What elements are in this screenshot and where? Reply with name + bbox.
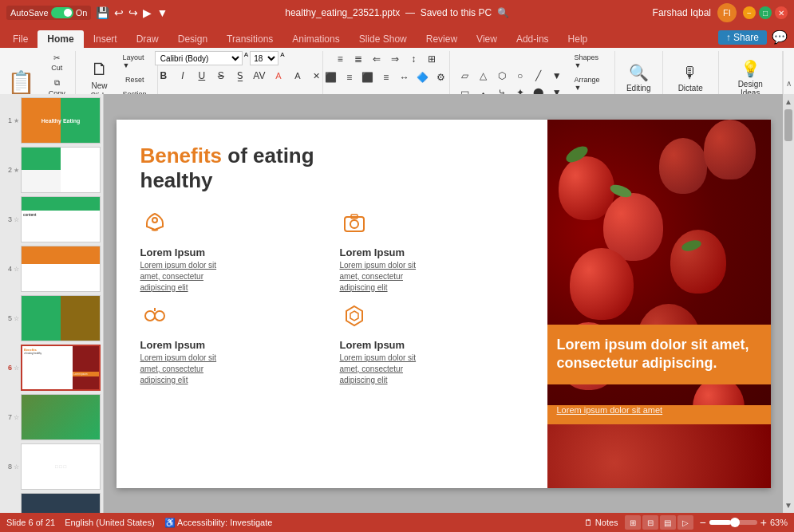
slide-thumb-2[interactable] (21, 147, 101, 193)
slide-panel: 1 ★ Healthy Eating 2 ★ 3 ☆ content (0, 94, 104, 513)
share-button[interactable]: ↑ Share (718, 30, 767, 45)
font-highlight-button[interactable]: A (289, 68, 306, 84)
align-justify-button[interactable]: ≡ (377, 69, 395, 85)
font-size-up[interactable]: A (280, 51, 284, 65)
slide-panel-row-4: 4 ☆ (2, 246, 101, 292)
maximize-button[interactable]: □ (759, 6, 772, 19)
normal-view-button[interactable]: ⊞ (625, 515, 641, 530)
shape-4[interactable]: ○ (512, 68, 529, 84)
feature-item-4: Lorem Ipsum Lorem ipsum dolor sitamet, c… (340, 301, 523, 386)
filename: healthy_eating_23521.pptx (285, 7, 400, 18)
zoom-slider[interactable] (709, 520, 757, 525)
align-center-button[interactable]: ≡ (341, 69, 358, 85)
zoom-thumb[interactable] (730, 518, 740, 527)
minimize-button[interactable]: − (743, 6, 756, 19)
tab-addins[interactable]: Add-ins (507, 30, 559, 48)
slideshow-button[interactable]: ▷ (677, 515, 693, 530)
slide-thumb-3[interactable]: content (21, 196, 101, 242)
editing-button[interactable]: 🔍 Editing (621, 60, 656, 96)
reading-view-button[interactable]: ▤ (660, 515, 676, 530)
comments-icon[interactable]: 💬 (772, 30, 788, 45)
zoom-in-button[interactable]: + (760, 516, 767, 529)
cut-button[interactable]: ✂Cut (41, 51, 73, 74)
shapes-more[interactable]: ▼ (548, 68, 566, 84)
scroll-up-button[interactable]: ▲ (783, 96, 794, 108)
undo-icon[interactable]: ↩ (114, 6, 124, 19)
title-bar-right: Farshad Iqbal FI − □ ✕ (527, 3, 788, 22)
notes-button[interactable]: 🗒 Notes (584, 518, 618, 527)
tab-help[interactable]: Help (559, 30, 598, 48)
accessibility-icon: ♿ (164, 518, 176, 527)
redo-icon[interactable]: ↪ (128, 6, 138, 19)
shape-1[interactable]: ▱ (456, 68, 474, 84)
arrange-button[interactable]: Arrange ▼ (571, 73, 608, 94)
italic-button[interactable]: I (174, 68, 192, 84)
customize-icon[interactable]: ▼ (156, 6, 168, 19)
shapes-button[interactable]: Shapes ▼ (571, 51, 608, 72)
present-icon[interactable]: ▶ (143, 6, 152, 19)
slide-thumb-4[interactable] (21, 246, 101, 292)
layout-button[interactable]: Layout ▼ (119, 51, 151, 72)
vertical-scrollbar[interactable]: ▲ ▼ (783, 94, 794, 513)
tab-insert[interactable]: Insert (84, 30, 127, 48)
slide-thumb-7[interactable] (21, 394, 101, 440)
font-family-select[interactable]: Calibri (Body) (155, 51, 243, 65)
tab-home[interactable]: Home (38, 30, 83, 48)
accessibility[interactable]: ♿ Accessibility: Investigate (164, 518, 273, 528)
close-button[interactable]: ✕ (775, 6, 788, 19)
zoom-controls: − + 63% (700, 516, 788, 529)
slide-thumb-9[interactable]: ◆ (21, 493, 101, 513)
tab-slideshow[interactable]: Slide Show (350, 30, 417, 48)
autosave-toggle[interactable] (51, 7, 73, 18)
decrease-indent-button[interactable]: ⇐ (368, 51, 385, 67)
tab-review[interactable]: Review (417, 30, 467, 48)
text-direction-button[interactable]: ↔ (396, 69, 413, 85)
autosave-badge[interactable]: AutoSave On (6, 6, 91, 20)
font-color-button[interactable]: A (270, 68, 287, 84)
slide-thumb-5[interactable] (21, 295, 101, 341)
underline-button[interactable]: U (193, 68, 211, 84)
shape-3[interactable]: ⬡ (493, 68, 511, 84)
bold-button[interactable]: B (155, 68, 172, 84)
save-icon[interactable]: 💾 (96, 6, 109, 19)
bullet-list-button[interactable]: ≡ (331, 51, 349, 67)
reset-button[interactable]: Reset (119, 73, 151, 86)
paste-icon: 📋 (7, 69, 35, 96)
align-left-button[interactable]: ⬛ (322, 69, 340, 85)
language: English (United States) (65, 518, 155, 527)
tab-transitions[interactable]: Transitions (217, 30, 282, 48)
smartart-button[interactable]: 🔷 (414, 69, 432, 85)
align-right-button[interactable]: ⬛ (359, 69, 377, 85)
slide-panel-row-7: 7 ☆ (2, 394, 101, 440)
tab-view[interactable]: View (467, 30, 507, 48)
tab-animations[interactable]: Animations (282, 30, 349, 48)
feature-title-2: Lorem Ipsum (340, 246, 405, 258)
numbered-list-button[interactable]: ≣ (350, 51, 367, 67)
strikethrough-button[interactable]: S (212, 68, 230, 84)
convert-button[interactable]: ⚙ (433, 69, 450, 85)
increase-indent-button[interactable]: ⇒ (386, 51, 404, 67)
svg-point-5 (155, 311, 164, 321)
scroll-thumb[interactable] (784, 109, 792, 141)
columns-button[interactable]: ⊞ (423, 51, 440, 67)
feature-icon-3 (140, 301, 169, 336)
panel-scroll-down[interactable]: ▼ (0, 482, 104, 491)
slide-sorter-button[interactable]: ⊟ (642, 515, 658, 530)
tab-draw[interactable]: Draw (127, 30, 168, 48)
shape-5[interactable]: ╱ (530, 68, 547, 84)
font-size-down[interactable]: A (244, 51, 248, 65)
char-spacing-button[interactable]: AV (251, 68, 268, 84)
shadow-button[interactable]: S̲ (231, 68, 249, 84)
feature-title-4: Lorem Ipsum (340, 339, 405, 351)
tab-design[interactable]: Design (168, 30, 217, 48)
dictate-button[interactable]: 🎙 Dictate (673, 61, 708, 96)
slide-canvas: Benefits of eating healthy (117, 120, 771, 488)
slide-thumb-6[interactable]: Benefits of eating healthy Lorem ipsum (21, 345, 101, 391)
zoom-out-button[interactable]: − (700, 516, 706, 529)
scroll-down-button[interactable]: ▼ (783, 499, 794, 511)
font-size-select[interactable]: 18 (250, 51, 278, 65)
tab-file[interactable]: File (3, 30, 38, 48)
shape-2[interactable]: △ (475, 68, 492, 84)
line-spacing-button[interactable]: ↕ (405, 51, 422, 67)
slide-thumb-1[interactable]: Healthy Eating (21, 97, 101, 144)
